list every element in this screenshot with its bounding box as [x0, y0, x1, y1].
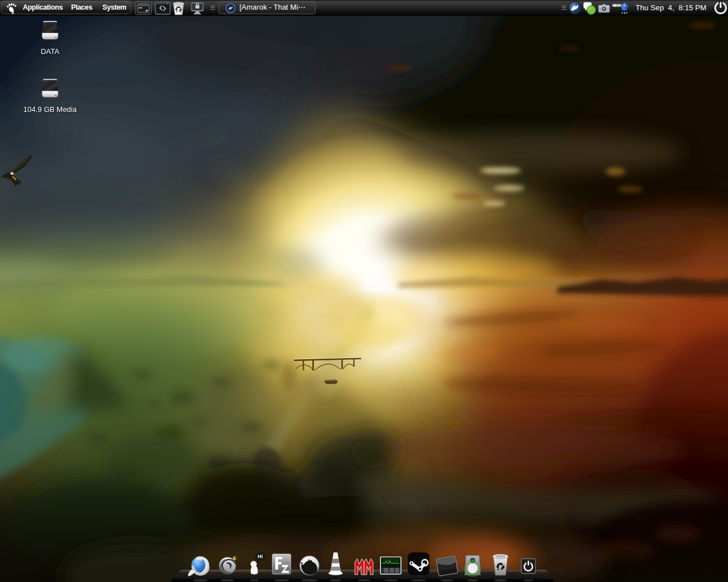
svg-text:Hi: Hi [258, 554, 263, 559]
